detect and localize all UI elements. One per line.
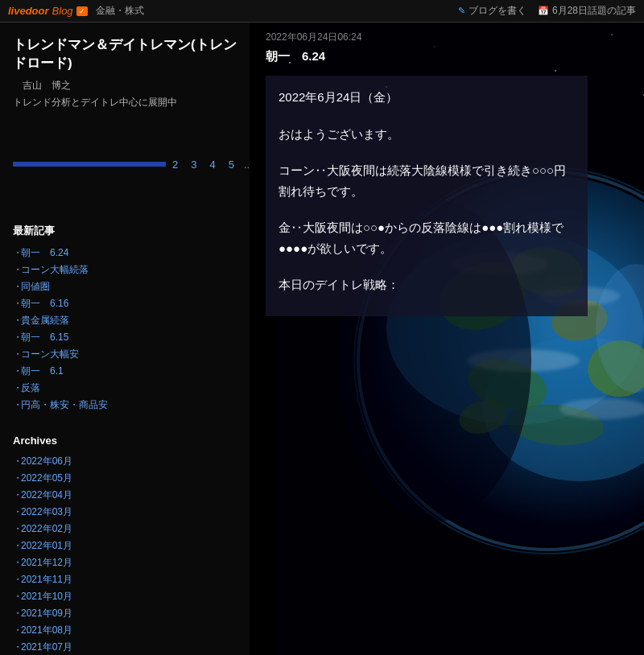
logo-icon: ✓ <box>76 6 88 16</box>
archive-link-6[interactable]: 2021年12月 <box>13 554 237 571</box>
header-right: ✎ ブログを書く 📅 6月28日話題の記事 <box>458 4 636 18</box>
archive-link-4[interactable]: 2022年02月 <box>13 521 237 538</box>
archives-title: Archives <box>13 435 237 447</box>
page-2-link[interactable]: 2 <box>166 156 184 173</box>
svg-point-25 <box>559 398 644 419</box>
header-nav: 金融・株式 <box>96 4 144 18</box>
logo-area: livedoor Blog ✓ <box>8 5 88 17</box>
article-title-main: 朝一 6.24 <box>266 49 644 64</box>
article-link-4[interactable]: 貴金属続落 <box>13 312 237 329</box>
archive-link-8[interactable]: 2021年10月 <box>13 588 237 605</box>
article-link-3[interactable]: 朝一 6.16 <box>13 295 237 312</box>
main-wrapper: トレンドマン＆デイトレマン(トレンドロード) 吉山 博之 トレンド分析とデイトレ… <box>0 23 644 655</box>
article-date: 2022年06月24日06:24 <box>266 31 644 44</box>
article-link-6[interactable]: コーン大幅安 <box>13 346 237 363</box>
article-link-7[interactable]: 朝一 6.1 <box>13 363 237 380</box>
archive-link-1[interactable]: 2022年05月 <box>13 470 237 487</box>
logo-blog: Blog <box>52 5 73 17</box>
pagination-current <box>13 162 166 167</box>
blog-title-area: トレンドマン＆デイトレマン(トレンドロード) 吉山 博之 トレンド分析とデイトレ… <box>0 23 250 117</box>
header-left: livedoor Blog ✓ 金融・株式 <box>8 4 144 18</box>
archive-link-3[interactable]: 2022年03月 <box>13 504 237 521</box>
blog-description: トレンド分析とデイトレ中心に展開中 <box>13 96 237 109</box>
trending-link[interactable]: 📅 6月28日話題の記事 <box>538 4 636 18</box>
article-para-1: おはようございます。 <box>279 124 575 145</box>
calendar-icon: 📅 <box>538 6 549 16</box>
page-5-link[interactable]: 5 <box>222 156 241 173</box>
article-link-9[interactable]: 円高・株安・商品安 <box>13 397 237 414</box>
archive-link-2[interactable]: 2022年04月 <box>13 487 237 504</box>
write-blog-label: ブログを書く <box>469 4 526 18</box>
article-link-5[interactable]: 朝一 6.15 <box>13 329 237 346</box>
archive-link-5[interactable]: 2022年01月 <box>13 538 237 554</box>
archive-link-9[interactable]: 2021年09月 <box>13 605 237 622</box>
archive-link-7[interactable]: 2021年11月 <box>13 571 237 588</box>
article-link-0[interactable]: 朝一 6.24 <box>13 245 237 262</box>
latest-articles-title: 最新記事 <box>13 224 237 238</box>
blog-title: トレンドマン＆デイトレマン(トレンドロード) <box>13 35 237 72</box>
article-para-4: 本日のデイトレ戦略： <box>279 274 575 295</box>
article-link-1[interactable]: コーン大幅続落 <box>13 262 237 278</box>
article-para-0: 2022年6月24日（金） <box>279 87 575 108</box>
header: livedoor Blog ✓ 金融・株式 ✎ ブログを書く 📅 6月28日話題… <box>0 0 644 23</box>
archives-section: Archives 2022年06月 2022年05月 2022年04月 2022… <box>0 422 250 655</box>
page-4-link[interactable]: 4 <box>203 156 221 173</box>
pagination-area: 2 3 4 5 ... 次のページ >>| <box>0 117 250 216</box>
article-link-8[interactable]: 反落 <box>13 380 237 397</box>
archive-link-10[interactable]: 2021年08月 <box>13 622 237 639</box>
write-icon: ✎ <box>458 6 465 16</box>
archive-link-11[interactable]: 2021年07月 <box>13 639 237 655</box>
logo-livedoor: livedoor <box>8 5 49 17</box>
archive-link-0[interactable]: 2022年06月 <box>13 453 237 470</box>
article-para-2: コーン‥大阪夜間は続落大陰線模様で引き続き○○○円割れ待ちです。 <box>279 160 575 201</box>
sidebar: トレンドマン＆デイトレマン(トレンドロード) 吉山 博之 トレンド分析とデイトレ… <box>0 23 250 655</box>
page-3-link[interactable]: 3 <box>184 156 203 173</box>
blog-author: 吉山 博之 <box>23 79 237 93</box>
article-link-2[interactable]: 同値圏 <box>13 278 237 295</box>
pagination: 2 3 4 5 ... 次のページ >>| <box>13 126 237 203</box>
article-body: 2022年6月24日（金） おはようございます。 コーン‥大阪夜間は続落大陰線模… <box>266 76 588 316</box>
write-blog-link[interactable]: ✎ ブログを書く <box>458 4 526 18</box>
trending-label: 6月28日話題の記事 <box>552 4 636 18</box>
content-area: 2022年06月24日06:24 朝一 6.24 2022年6月24日（金） お… <box>250 23 644 655</box>
article-wrapper: 2022年06月24日06:24 朝一 6.24 2022年6月24日（金） お… <box>250 23 644 324</box>
latest-articles-section: 最新記事 朝一 6.24 コーン大幅続落 同値圏 朝一 6.16 貴金属続落 朝… <box>0 216 250 422</box>
article-para-3: 金‥大阪夜間は○○●からの反落陰線は●●●割れ模様で●●●●が欲しいです。 <box>279 217 575 258</box>
